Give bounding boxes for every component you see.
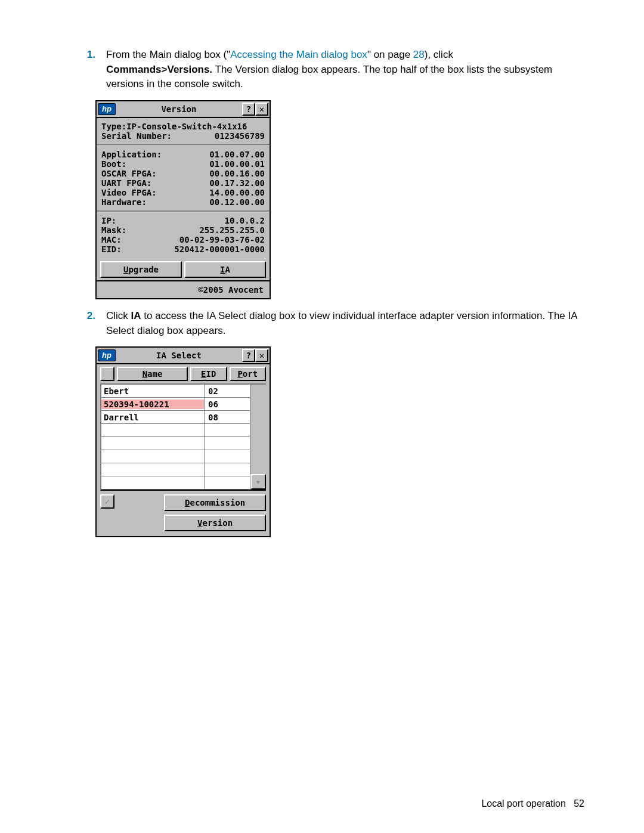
page-ref-link[interactable]: 28 — [413, 49, 425, 60]
close-button[interactable]: ✕ — [255, 103, 268, 116]
list-item[interactable]: Darrell08 — [101, 411, 266, 424]
scrollbar[interactable]: ▾ — [250, 385, 266, 490]
text: to access the IA Select dialog box to vi… — [106, 310, 577, 336]
port-header-button[interactable]: Port — [230, 367, 267, 381]
version-row: OSCAR FPGA:00.00.16.00 — [101, 169, 265, 178]
value: 0123456789 — [215, 131, 265, 141]
net-row: Mask:255.255.255.0 — [101, 225, 265, 235]
footer-page-number: 52 — [574, 798, 584, 809]
hp-logo-icon: hp — [98, 103, 116, 115]
hp-logo-icon: hp — [98, 349, 116, 361]
version-row: Application:01.00.07.00 — [101, 150, 265, 159]
upgrade-button[interactable]: Upgrade — [100, 261, 182, 278]
version-row: Boot:01.00.00.01 — [101, 159, 265, 169]
net-row: MAC:00-02-99-03-76-02 — [101, 235, 265, 244]
list-item[interactable] — [101, 463, 266, 476]
step-1: 1. From the Main dialog box ("Accessing … — [60, 48, 584, 92]
list-item[interactable]: 520394-10022106 — [101, 398, 266, 411]
footer-section: Local port operation — [481, 798, 565, 809]
list-item[interactable]: Ebert02 — [101, 385, 266, 398]
version-dialog: hp Version ? ✕ Type:IP-Console-Switch-4x… — [95, 100, 271, 299]
ia-list: Ebert02 520394-10022106 Darrell08 ▾ — [100, 383, 266, 491]
sort-toggle-button[interactable] — [100, 367, 114, 381]
text: From the Main dialog box (" — [106, 49, 230, 60]
copyright-text: ©2005 Avocent — [97, 280, 270, 298]
step-2: 2. Click IA to access the IA Select dial… — [60, 309, 584, 338]
dialog-title: IA Select — [116, 351, 242, 360]
eid-header-button[interactable]: EID — [190, 367, 227, 381]
net-row: IP:10.0.0.2 — [101, 216, 265, 225]
decommission-button[interactable]: Decommission — [164, 494, 266, 511]
ia-select-dialog: hp IA Select ? ✕ Name EID Port Ebert02 5… — [95, 346, 271, 537]
list-item[interactable] — [101, 424, 266, 437]
name-header-button[interactable]: Name — [117, 367, 188, 381]
dialog-title: Version — [116, 104, 242, 114]
step-text: Click IA to access the IA Select dialog … — [106, 309, 584, 338]
step-number: 1. — [60, 48, 106, 92]
type-row: Type:IP-Console-Switch-4x1x16 — [101, 122, 265, 131]
version-row: UART FPGA:00.17.32.00 — [101, 178, 265, 188]
close-button[interactable]: ✕ — [255, 349, 268, 362]
net-row: EID:520412-000001-0000 — [101, 244, 265, 254]
page-footer: Local port operation 52 — [481, 798, 584, 809]
help-button[interactable]: ? — [242, 349, 255, 362]
step-text: From the Main dialog box ("Accessing the… — [106, 48, 584, 92]
ia-button[interactable]: IA — [184, 261, 266, 278]
button-name: IA — [131, 310, 141, 321]
text: Click — [106, 310, 131, 321]
serial-row: Serial Number: 0123456789 — [101, 131, 265, 141]
label: Type:IP-Console-Switch-4x1x16 — [101, 122, 247, 131]
titlebar: hp IA Select ? ✕ — [97, 348, 270, 364]
scroll-down-icon[interactable]: ▾ — [250, 474, 266, 490]
step-number: 2. — [60, 309, 106, 338]
list-item[interactable] — [101, 437, 266, 450]
help-button[interactable]: ? — [242, 103, 255, 116]
label: Serial Number: — [101, 131, 172, 141]
cross-ref-link[interactable]: Accessing the Main dialog box — [230, 49, 367, 60]
text: ), click — [425, 49, 453, 60]
list-item[interactable] — [101, 476, 266, 490]
version-row: Hardware:00.12.00.00 — [101, 197, 265, 207]
list-item[interactable] — [101, 450, 266, 463]
text: " on page — [367, 49, 413, 60]
titlebar: hp Version ? ✕ — [97, 101, 270, 118]
version-row: Video FPGA:14.00.00.00 — [101, 188, 265, 197]
menu-path: Commands>Versions. — [106, 64, 212, 75]
check-toggle-button[interactable]: ✓ — [100, 494, 114, 509]
version-button[interactable]: Version — [164, 515, 266, 531]
